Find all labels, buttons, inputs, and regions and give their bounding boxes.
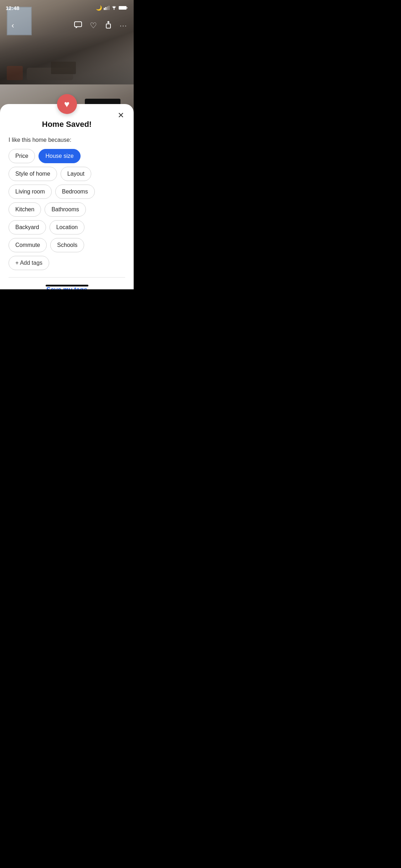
tag-item[interactable]: Price (9, 149, 35, 163)
battery-icon (119, 6, 128, 10)
tag-item[interactable]: Commute (9, 238, 47, 252)
heart-fab-icon: ♥ (64, 99, 70, 110)
modal-subtitle: I like this home because: (9, 137, 125, 143)
svg-rect-7 (127, 7, 128, 9)
heart-icon[interactable]: ♡ (90, 21, 97, 30)
back-button[interactable]: ‹ (6, 19, 19, 32)
share-svg (105, 21, 112, 29)
svg-rect-8 (74, 22, 82, 27)
share-icon[interactable] (105, 21, 112, 31)
svg-rect-2 (107, 6, 108, 10)
tag-item[interactable]: Living room (9, 185, 52, 199)
close-button[interactable]: ✕ (114, 109, 127, 122)
wifi-icon (111, 6, 117, 10)
tag-item[interactable]: Location (50, 220, 85, 234)
add-tags-button[interactable]: + Add tags (9, 256, 49, 270)
svg-point-4 (114, 9, 115, 10)
svg-rect-3 (109, 6, 110, 10)
status-icons: 🌙 (96, 5, 128, 11)
chat-svg (74, 21, 82, 29)
tag-item[interactable]: Layout (61, 167, 91, 181)
tags-container: PriceHouse sizeStyle of homeLayoutLiving… (9, 149, 125, 270)
tag-item[interactable]: Bathrooms (45, 202, 86, 217)
tag-item[interactable]: Backyard (9, 220, 46, 234)
status-bar: 12:48 🌙 (0, 0, 134, 16)
photo-nav: ‹ ♡ ··· (0, 16, 134, 36)
status-time: 12:48 (6, 5, 19, 11)
divider (9, 277, 125, 278)
more-icon[interactable]: ··· (120, 22, 127, 30)
bottom-sheet: ♥ ✕ Home Saved! I like this home because… (0, 104, 134, 289)
moon-icon: 🌙 (96, 5, 102, 11)
tag-item[interactable]: Style of home (9, 167, 57, 181)
tag-item[interactable]: Schools (50, 238, 84, 252)
nav-actions: ♡ ··· (74, 21, 127, 31)
tag-item[interactable]: House size (38, 149, 80, 163)
tag-item[interactable]: Kitchen (9, 202, 41, 217)
signal-icon (104, 6, 109, 10)
heart-fab[interactable]: ♥ (57, 94, 77, 114)
tag-item[interactable]: Bedrooms (55, 185, 95, 199)
svg-rect-1 (106, 7, 107, 10)
svg-rect-0 (104, 8, 105, 10)
chat-icon[interactable] (74, 21, 82, 30)
svg-rect-6 (119, 6, 126, 9)
home-indicator (46, 285, 88, 286)
modal-title: Home Saved! (9, 120, 125, 129)
svg-rect-9 (106, 24, 110, 28)
